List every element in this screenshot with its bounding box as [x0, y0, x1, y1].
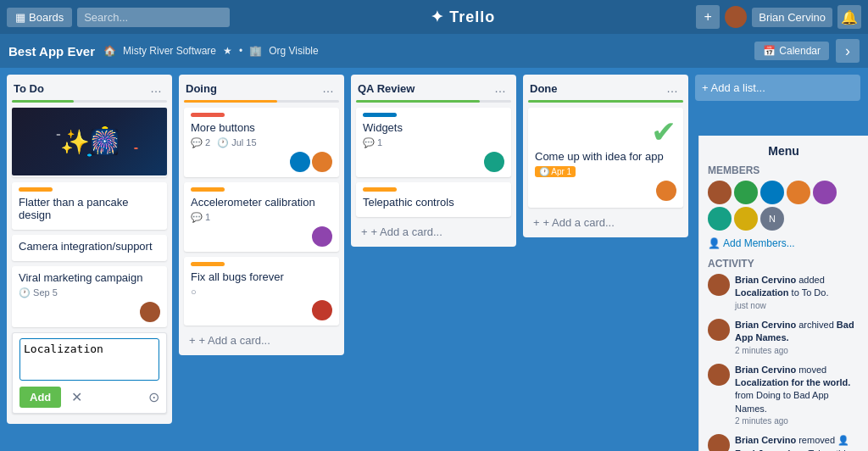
card-widgets[interactable]: Widgets 💬 1 — [356, 108, 511, 177]
card-avatars-accel — [191, 226, 332, 247]
visibility-label: Org Visible — [269, 45, 318, 57]
plus-icon-doing: + — [189, 334, 196, 347]
progress-bar-doing — [184, 100, 277, 103]
search-input[interactable] — [77, 8, 230, 27]
list-menu-button-qa[interactable]: … — [491, 80, 509, 97]
menu-toggle-button[interactable]: › — [836, 39, 860, 63]
avatar-blue — [290, 152, 310, 172]
member-avatar-4[interactable] — [787, 181, 810, 204]
progress-bar-done — [528, 100, 683, 103]
list-header-done: Done … — [528, 80, 683, 97]
list-header-todo: To Do … — [12, 80, 167, 97]
activity-text-4: Brian Cervino removed 👤 Fred Jones from … — [735, 434, 860, 451]
calendar-button[interactable]: 📅 Calendar — [754, 42, 829, 60]
add-card-button-doing[interactable]: + + Add a card... — [184, 331, 339, 350]
card-title-telepathic: Telepathic controls — [363, 196, 504, 209]
list-title-done: Done — [530, 82, 558, 95]
card-label-telepathic — [363, 187, 397, 192]
add-members-button[interactable]: 👤 Add Members... — [708, 236, 795, 251]
grid-icon: ▦ — [15, 11, 25, 24]
org-name[interactable]: Misty River Software — [123, 45, 216, 57]
avatar-purple — [312, 226, 332, 247]
card-camera[interactable]: Camera integration/support — [12, 235, 167, 261]
list-header-qa: QA Review … — [356, 80, 511, 97]
list-todo: To Do … Add more pizzazz 💬 3 📎 1 ☑ 0/4 — [7, 75, 172, 424]
activity-item-4: Brian Cervino removed 👤 Fred Jones from … — [708, 434, 860, 451]
bell-icon: 🔔 — [841, 9, 858, 25]
add-card-confirm-button[interactable]: Add — [19, 387, 61, 408]
list-menu-button-todo[interactable]: … — [147, 80, 165, 97]
card-label-red — [191, 113, 225, 117]
card-meta-buttons: 💬 2 🕐 Jul 15 — [191, 137, 332, 148]
card-bugs[interactable]: Fix all bugs forever ○ — [184, 257, 339, 326]
member-avatar-6[interactable] — [708, 207, 732, 231]
activity-item-3: Brian Cervino moved Localization for the… — [708, 364, 860, 428]
member-avatar-1[interactable] — [708, 181, 732, 204]
list-done: Done … ✔ Come up with idea for app 🕐 Apr… — [523, 75, 688, 237]
card-telepathic[interactable]: Telepathic controls — [356, 182, 511, 217]
card-meta-accel: 💬 1 — [191, 212, 332, 223]
avatar-viral — [140, 302, 160, 322]
user-menu-button[interactable]: Brian Cervino — [752, 8, 832, 27]
card-localization-editing: Localization Add ✕ ⊙ — [12, 332, 167, 414]
org-icon: 🏠 — [103, 45, 116, 57]
add-button[interactable]: + — [696, 5, 720, 29]
visibility-icon: 🏢 — [249, 45, 262, 57]
member-avatar-5[interactable] — [813, 181, 837, 204]
trello-logo: ✦ Trello — [235, 8, 691, 26]
card-meta-idea: 🕐 Apr 1 — [535, 166, 676, 177]
card-buttons[interactable]: More buttons 💬 2 🕐 Jul 15 — [184, 108, 339, 177]
person-icon: 👤 — [708, 237, 721, 249]
card-idea[interactable]: ✔ Come up with idea for app 🕐 Apr 1 — [528, 108, 683, 208]
list-header-doing: Doing … — [184, 80, 339, 97]
due-tag-idea: 🕐 Apr 1 — [535, 166, 576, 177]
due-buttons: 🕐 Jul 15 — [217, 137, 256, 148]
list-title-todo: To Do — [14, 82, 44, 95]
list-progress-todo — [12, 100, 167, 103]
card-label-orange — [19, 187, 53, 192]
member-avatar-2[interactable] — [734, 181, 758, 204]
card-pancake[interactable]: Flatter than a pancake design — [12, 182, 167, 230]
activity-item-2: Brian Cervino archived Bad App Names. 2 … — [708, 319, 860, 357]
card-title-viral: Viral marketing campaign — [19, 271, 160, 284]
list-title-qa: QA Review — [358, 82, 415, 95]
card-avatars-buttons — [191, 152, 332, 172]
notifications-button[interactable]: 🔔 — [837, 5, 861, 29]
card-accel[interactable]: Accelerometer calibration 💬 1 — [184, 182, 339, 252]
list-doing: Doing … More buttons 💬 2 🕐 Jul 15 — [179, 75, 344, 355]
add-card-more-button[interactable]: ⊙ — [148, 389, 159, 405]
list-menu-button-done[interactable]: … — [663, 80, 682, 97]
activity-avatar-3 — [708, 364, 730, 386]
activity-text-1: Brian Cervino added Localization to To D… — [735, 274, 860, 312]
card-meta-viral: 🕐 Sep 5 — [19, 287, 160, 298]
add-card-button-qa[interactable]: + + Add a card... — [356, 222, 511, 242]
plus-icon: + — [704, 9, 712, 25]
localization-textarea[interactable]: Localization — [19, 338, 159, 381]
card-label-bugs — [191, 262, 225, 266]
star-icon[interactable]: ★ — [223, 45, 232, 57]
dot-bugs: ○ — [191, 287, 197, 297]
card-title-camera: Camera integration/support — [19, 240, 160, 253]
progress-bar-qa — [356, 100, 480, 103]
list-menu-button-doing[interactable]: … — [319, 80, 337, 97]
org-separator: • — [239, 45, 242, 57]
members-section-title: Members — [708, 164, 860, 176]
member-avatar-3[interactable] — [760, 181, 784, 204]
add-card-label-done: + Add a card... — [543, 216, 615, 229]
add-card-button-done[interactable]: + + Add a card... — [528, 213, 683, 232]
list-qa: QA Review … Widgets 💬 1 Telepathic contr… — [351, 75, 516, 247]
add-members-label: Add Members... — [723, 237, 795, 249]
boards-button[interactable]: ▦ Boards — [7, 8, 72, 27]
add-list-button[interactable]: + Add a list... — [695, 75, 860, 101]
card-pizzazz[interactable]: Add more pizzazz 💬 3 📎 1 ☑ 0/4 — [12, 108, 167, 177]
add-card-label-doing: + Add a card... — [199, 334, 270, 347]
card-viral[interactable]: Viral marketing campaign 🕐 Sep 5 — [12, 266, 167, 327]
avatar[interactable] — [725, 6, 747, 28]
card-meta-widgets: 💬 1 — [363, 137, 504, 148]
member-avatar-n[interactable]: N — [760, 207, 784, 231]
avatar-red — [312, 300, 332, 320]
member-avatar-7[interactable] — [734, 207, 758, 231]
add-card-cancel-button[interactable]: ✕ — [66, 387, 87, 407]
card-avatars-bugs — [191, 300, 332, 320]
avatar-orange — [312, 152, 332, 172]
